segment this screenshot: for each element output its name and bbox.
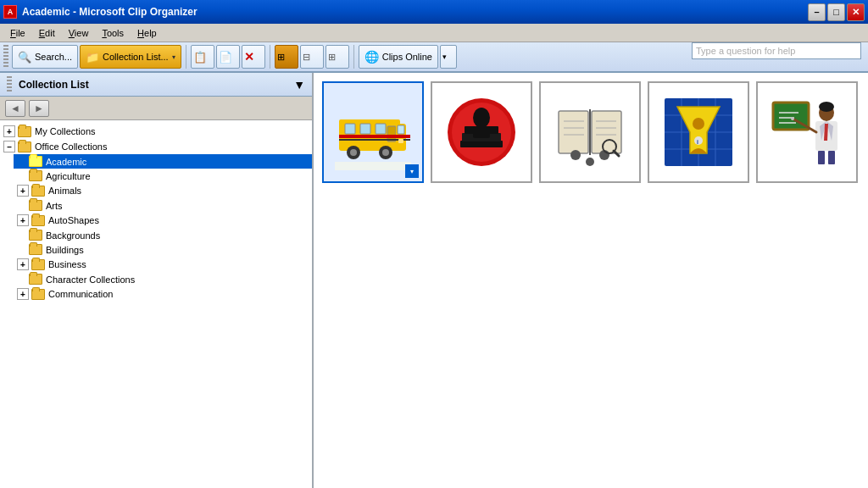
svg-text:i: i xyxy=(697,139,698,145)
menu-item-view[interactable]: View xyxy=(62,26,96,40)
tree-item-arts[interactable]: Arts xyxy=(14,198,312,213)
collection-list-button[interactable]: 📁 Collection List... ▾ xyxy=(80,45,181,69)
tree-label-backgrounds: Backgrounds xyxy=(46,230,100,241)
panel-title: Collection List xyxy=(19,79,89,91)
toolbar-more-button[interactable]: ▾ xyxy=(440,45,457,69)
clip-art-apple xyxy=(443,94,520,170)
expand-animals[interactable]: + xyxy=(17,185,29,197)
svg-point-46 xyxy=(694,136,703,145)
back-icon: ◄ xyxy=(10,103,20,114)
tree-item-animals[interactable]: + Animals xyxy=(14,183,312,198)
right-panel: ▾ xyxy=(314,73,868,488)
expand-business[interactable]: + xyxy=(17,258,29,270)
panel-dropdown-arrow[interactable]: ▼ xyxy=(293,78,305,92)
folder-icon-communication xyxy=(31,289,45,300)
clip-art-book xyxy=(552,94,628,170)
svg-rect-23 xyxy=(559,111,588,153)
expand-my-collections[interactable]: + xyxy=(3,125,15,137)
search-button[interactable]: 🔍 Search... xyxy=(12,45,78,69)
clips-online-button[interactable]: 🌐 Clips Online xyxy=(359,45,438,69)
folder-icon-character-collections xyxy=(29,274,42,285)
paste-button[interactable]: 📄 xyxy=(216,45,240,69)
window-title: Academic - Microsoft Clip Organizer xyxy=(22,6,808,18)
expand-office-collections[interactable]: – xyxy=(3,141,15,152)
folder-icon-animals xyxy=(31,186,45,197)
tree-item-agriculture[interactable]: Agriculture xyxy=(14,169,312,183)
copy-button[interactable]: 📋 xyxy=(191,45,214,69)
folder-icon-arts xyxy=(29,200,42,211)
clip-item-bus[interactable]: ▾ xyxy=(322,81,424,183)
svg-point-54 xyxy=(819,102,834,112)
folder-icon: 📁 xyxy=(86,51,99,64)
svg-marker-15 xyxy=(335,162,411,170)
menu-item-file[interactable]: File xyxy=(3,26,32,40)
paste-icon: 📄 xyxy=(219,51,232,64)
clip-item-filter[interactable]: i xyxy=(648,81,749,183)
view-button-2[interactable]: ⊟ xyxy=(300,45,324,69)
help-placeholder: Type a question for help xyxy=(696,46,795,56)
tree-label-animals: Animals xyxy=(48,186,81,196)
svg-rect-7 xyxy=(398,125,404,134)
menu-item-tools[interactable]: Tools xyxy=(95,26,131,40)
tree-item-communication[interactable]: + Communication xyxy=(14,286,312,302)
clip-item-teacher[interactable] xyxy=(756,81,858,183)
tree-item-backgrounds[interactable]: Backgrounds xyxy=(14,228,312,242)
menu-item-help[interactable]: Help xyxy=(131,26,164,40)
tree-item-academic[interactable]: Academic xyxy=(14,154,312,169)
menu-item-edit[interactable]: Edit xyxy=(32,26,62,40)
tree-label-my-collections: My Collections xyxy=(35,126,96,136)
tree-item-autoshapes[interactable]: + AutoShapes xyxy=(14,213,312,228)
view-button-3[interactable]: ⊞ xyxy=(326,45,349,69)
svg-rect-12 xyxy=(339,135,410,138)
forward-icon: ► xyxy=(34,103,44,114)
tree-label-business: Business xyxy=(48,259,86,269)
tree-container[interactable]: + My Collections – Office Collections Ac… xyxy=(0,120,312,488)
expand-autoshapes[interactable]: + xyxy=(17,214,29,226)
folder-icon-my-collections xyxy=(18,126,31,137)
svg-point-9 xyxy=(350,149,357,156)
close-button[interactable]: ✕ xyxy=(847,3,865,21)
minimize-button[interactable]: – xyxy=(808,3,826,21)
tree-label-academic: Academic xyxy=(46,157,86,167)
expand-communication[interactable]: + xyxy=(17,288,29,300)
clip-item-book[interactable] xyxy=(539,81,641,183)
tree-item-my-collections[interactable]: + My Collections xyxy=(0,124,312,139)
tree-label-arts: Arts xyxy=(46,201,63,211)
forward-button[interactable]: ► xyxy=(29,100,49,117)
svg-rect-3 xyxy=(360,124,370,134)
folder-icon-autoshapes xyxy=(31,215,45,226)
view-button-1[interactable]: ⊞ xyxy=(275,45,298,69)
panel-drag-handle xyxy=(7,76,12,93)
delete-button[interactable]: ✕ xyxy=(242,45,265,69)
clip-item-apple[interactable] xyxy=(431,81,532,183)
delete-icon: ✕ xyxy=(244,50,254,64)
tree-item-business[interactable]: + Business xyxy=(14,257,312,272)
collection-list-dropdown-arrow: ▾ xyxy=(172,53,175,61)
tree-item-character-collections[interactable]: Character Collections xyxy=(14,272,312,286)
tree-item-office-collections[interactable]: – Office Collections xyxy=(0,139,312,154)
clips-online-label: Clips Online xyxy=(382,52,432,62)
tree-item-buildings[interactable]: Buildings xyxy=(14,242,312,257)
toolbar-drag-handle xyxy=(3,45,8,69)
panel-nav: ◄ ► xyxy=(0,97,312,120)
clips-online-icon: 🌐 xyxy=(364,50,379,64)
svg-point-11 xyxy=(382,149,389,156)
help-search-box[interactable]: Type a question for help xyxy=(692,42,861,59)
tree-label-character-collections: Character Collections xyxy=(46,274,135,285)
folder-icon-business xyxy=(31,259,45,270)
view-1-icon: ⊞ xyxy=(277,52,285,63)
folder-icon-office-collections xyxy=(18,141,31,152)
svg-point-59 xyxy=(791,117,794,120)
maximize-button[interactable]: □ xyxy=(827,3,845,21)
clip-art-bus xyxy=(335,94,411,170)
left-panel: Collection List ▼ ◄ ► + My Collections – xyxy=(0,73,314,488)
back-button[interactable]: ◄ xyxy=(5,100,25,117)
svg-rect-2 xyxy=(345,124,355,134)
clip-bus-dropdown[interactable]: ▾ xyxy=(405,164,419,178)
svg-rect-18 xyxy=(460,141,503,147)
svg-rect-22 xyxy=(473,126,490,138)
svg-rect-14 xyxy=(398,139,403,143)
svg-rect-4 xyxy=(376,124,386,134)
clip-grid: ▾ xyxy=(322,81,860,183)
app-icon: A xyxy=(3,5,17,19)
